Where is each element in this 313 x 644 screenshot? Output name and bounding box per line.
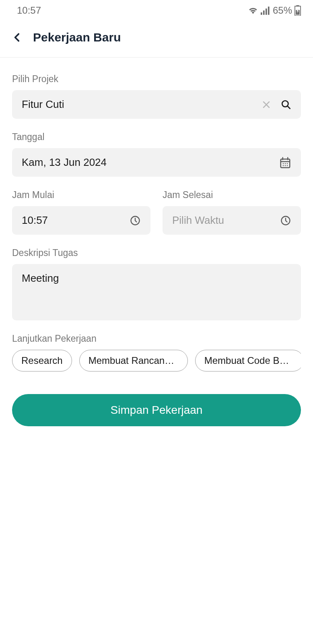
time-end-group: Jam Selesai Pilih Waktu [163,190,301,235]
description-group: Deskripsi Tugas Meeting [12,248,301,320]
time-end-label: Jam Selesai [163,190,301,200]
battery-percentage: 65% [273,5,292,16]
chip-rancangan[interactable]: Membuat Rancangan... [79,350,188,372]
project-input-icons [262,99,291,110]
date-label: Tanggal [12,132,301,142]
calendar-icon [279,157,291,169]
svg-point-10 [285,163,286,164]
date-group: Tanggal Kam, 13 Jun 2024 [12,132,301,177]
chip-code-back[interactable]: Membuat Code Back... [195,350,301,372]
time-start-label: Jam Mulai [12,190,150,200]
date-input[interactable]: Kam, 13 Jun 2024 [12,148,301,177]
time-start-value: 10:57 [22,214,48,227]
status-indicators: 65% [248,5,301,16]
chip-row: Research Membuat Rancangan... Membuat Co… [12,350,301,372]
search-icon[interactable] [281,99,291,110]
svg-rect-2 [266,8,267,15]
project-group: Pilih Projek Fitur Cuti [12,74,301,119]
clock-icon [280,215,291,226]
continue-work-group: Lanjutkan Pekerjaan Research Membuat Ran… [12,333,301,372]
page-header: Pekerjaan Baru [0,19,313,58]
svg-point-11 [287,163,288,164]
svg-rect-3 [268,6,270,14]
close-icon[interactable] [262,100,271,109]
project-value: Fitur Cuti [22,98,64,111]
page-title: Pekerjaan Baru [33,31,121,44]
status-bar: 10:57 65% [0,0,313,19]
project-label: Pilih Projek [12,74,301,85]
form-content: Pilih Projek Fitur Cuti Tanggal Kam, 13 … [0,58,313,442]
date-value: Kam, 13 Jun 2024 [22,156,107,169]
project-input[interactable]: Fitur Cuti [12,90,301,119]
svg-rect-1 [263,10,265,15]
description-input[interactable]: Meeting [12,264,301,320]
chip-research[interactable]: Research [12,350,72,372]
svg-point-12 [283,165,284,166]
clock-icon [130,215,141,226]
svg-point-14 [287,165,288,166]
svg-point-9 [283,163,284,164]
continue-work-label: Lanjutkan Pekerjaan [12,333,301,344]
time-end-placeholder: Pilih Waktu [172,214,224,227]
description-label: Deskripsi Tugas [12,248,301,258]
time-row: Jam Mulai 10:57 Jam Selesai Pilih Waktu [12,190,301,235]
description-value: Meeting [22,272,59,284]
signal-icon [261,6,270,15]
time-start-input[interactable]: 10:57 [12,206,150,235]
time-start-group: Jam Mulai 10:57 [12,190,150,235]
svg-rect-0 [261,12,262,15]
status-time: 10:57 [17,5,41,16]
svg-point-13 [285,165,286,166]
wifi-icon [248,6,258,15]
battery-icon [294,5,301,16]
back-icon[interactable] [12,32,23,43]
submit-button[interactable]: Simpan Pekerjaan [12,394,301,426]
time-end-input[interactable]: Pilih Waktu [163,206,301,235]
